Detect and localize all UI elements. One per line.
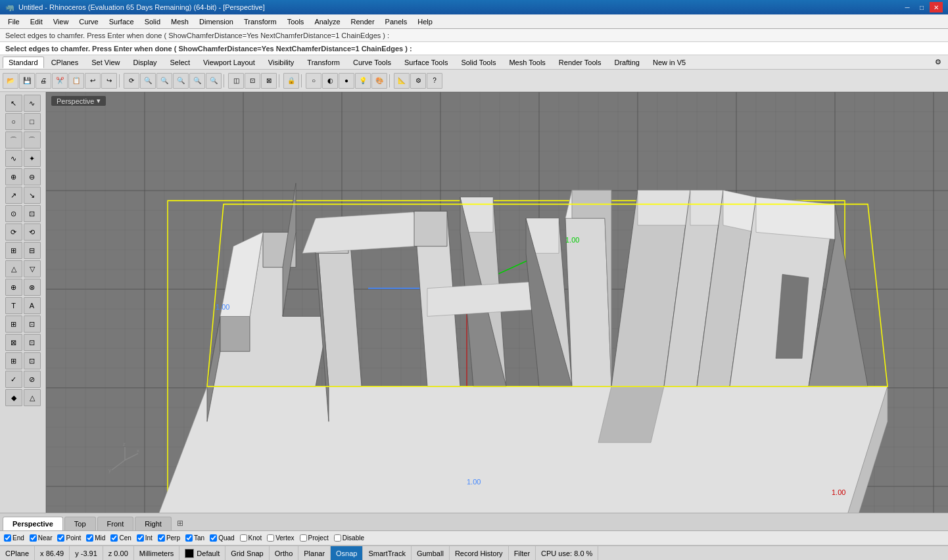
toolbar-icon-23[interactable]: ●	[339, 73, 354, 89]
snap-checkbox-quad[interactable]	[210, 534, 217, 542]
toolbar-tab-visibility[interactable]: Visibility	[262, 57, 300, 68]
menu-dimension[interactable]: Dimension	[194, 14, 239, 28]
left-tool-27[interactable]: ⊡	[24, 334, 41, 351]
left-tool-11[interactable]: ↘	[24, 187, 41, 204]
left-tool-0[interactable]: ↖	[5, 95, 22, 112]
snap-checkbox-point[interactable]	[57, 534, 64, 542]
toolbar-tab-set-view[interactable]: Set View	[85, 57, 126, 68]
left-tool-28[interactable]: ⊞	[5, 352, 22, 369]
toolbar-tab-drafting[interactable]: Drafting	[608, 57, 646, 68]
toolbar-icon-5[interactable]: ↩	[85, 73, 101, 89]
ortho-button[interactable]: Ortho	[270, 546, 299, 560]
toolbar-icon-2[interactable]: 🖨	[36, 73, 51, 89]
left-tool-10[interactable]: ↗	[5, 187, 22, 204]
filter-button[interactable]: Filter	[509, 546, 536, 560]
snap-label-quad[interactable]: Quad	[218, 534, 234, 542]
toolbar-icon-25[interactable]: 🎨	[371, 73, 387, 89]
toolbar-icon-17[interactable]: ⊠	[261, 73, 277, 89]
snap-label-point[interactable]: Point	[66, 534, 81, 542]
toolbar-icon-24[interactable]: 💡	[355, 73, 371, 89]
menu-curve[interactable]: Curve	[74, 14, 103, 28]
minimize-button[interactable]: ─	[901, 2, 914, 12]
toolbar-tab-solid-tools[interactable]: Solid Tools	[455, 57, 502, 68]
snap-label-tan[interactable]: Tan	[194, 534, 204, 542]
toolbar-tab-display[interactable]: Display	[127, 57, 162, 68]
left-tool-26[interactable]: ⊠	[5, 334, 22, 351]
viewport-tab-front[interactable]: Front	[97, 517, 134, 530]
toolbar-tab-transform[interactable]: Transform	[301, 57, 346, 68]
left-tool-25[interactable]: ⊡	[24, 315, 41, 333]
toolbar-tab-new-in-v5[interactable]: New in V5	[647, 57, 692, 68]
toolbar-tab-surface-tools[interactable]: Surface Tools	[398, 57, 454, 68]
menu-help[interactable]: Help	[412, 14, 438, 28]
osnap-button[interactable]: Osnap	[331, 546, 363, 560]
menu-file[interactable]: File	[3, 14, 25, 28]
menu-transform[interactable]: Transform	[239, 14, 282, 28]
toolbar-tab-mesh-tools[interactable]: Mesh Tools	[503, 57, 551, 68]
left-tool-19[interactable]: ▽	[24, 260, 41, 277]
toolbar-tab-select[interactable]: Select	[164, 57, 197, 68]
viewport-label[interactable]: Perspective ▾	[51, 96, 106, 106]
menu-view[interactable]: View	[48, 14, 74, 28]
menu-render[interactable]: Render	[346, 14, 380, 28]
menu-surface[interactable]: Surface	[104, 14, 139, 28]
snap-checkbox-int[interactable]	[137, 534, 144, 542]
menu-edit[interactable]: Edit	[25, 14, 48, 28]
snap-label-mid[interactable]: Mid	[95, 534, 105, 542]
snap-label-near[interactable]: Near	[38, 534, 53, 542]
snap-label-project[interactable]: Project	[308, 534, 329, 542]
viewport-tab-top[interactable]: Top	[64, 517, 96, 530]
left-tool-30[interactable]: ✓	[5, 371, 22, 388]
toolbar-icon-4[interactable]: 📋	[68, 73, 84, 89]
left-tool-22[interactable]: T	[5, 297, 22, 314]
toolbar-icon-1[interactable]: 💾	[19, 73, 35, 89]
left-tool-32[interactable]: ◆	[5, 389, 22, 406]
toolbar-icon-28[interactable]: ⚙	[410, 73, 426, 89]
toolbar-tab-viewport-layout[interactable]: Viewport Layout	[197, 57, 261, 68]
snap-checkbox-knot[interactable]	[240, 534, 247, 542]
left-tool-1[interactable]: ∿	[24, 95, 41, 112]
toolbar-icon-21[interactable]: ○	[306, 73, 321, 89]
toolbar-icon-10[interactable]: 🔍	[156, 73, 172, 89]
snap-checkbox-disable[interactable]	[334, 534, 341, 542]
snap-checkbox-end[interactable]	[4, 534, 11, 542]
left-tool-29[interactable]: ⊡	[24, 352, 41, 369]
restore-button[interactable]: □	[915, 2, 928, 12]
toolbar-icon-3[interactable]: ✂️	[52, 73, 68, 89]
record-history-button[interactable]: Record History	[450, 546, 509, 560]
left-tool-6[interactable]: ∿	[5, 150, 22, 167]
toolbar-tab-render-tools[interactable]: Render Tools	[553, 57, 607, 68]
menu-mesh[interactable]: Mesh	[166, 14, 194, 28]
snap-checkbox-perp[interactable]	[158, 534, 165, 542]
toolbar-icon-16[interactable]: ⊡	[245, 73, 260, 89]
toolbar-icon-12[interactable]: 🔍	[189, 73, 205, 89]
left-tool-4[interactable]: ⌒	[5, 131, 22, 149]
viewport[interactable]: Perspective ▾	[46, 92, 948, 513]
smarttrack-button[interactable]: SmartTrack	[363, 546, 411, 560]
close-button[interactable]: ✕	[930, 2, 943, 12]
toolbar-icon-22[interactable]: ◐	[322, 73, 338, 89]
toolbar-icon-6[interactable]: ↪	[101, 73, 117, 89]
left-tool-21[interactable]: ⊗	[24, 279, 41, 296]
toolbar-settings-icon[interactable]: ⚙	[931, 58, 945, 66]
left-tool-20[interactable]: ⊕	[5, 279, 22, 296]
viewport-layout-icon[interactable]: ⊞	[173, 516, 187, 530]
left-tool-18[interactable]: △	[5, 260, 22, 277]
toolbar-icon-13[interactable]: 🔍	[206, 73, 222, 89]
menu-solid[interactable]: Solid	[139, 14, 166, 28]
left-tool-13[interactable]: ⊡	[24, 205, 41, 222]
toolbar-icon-29[interactable]: ?	[427, 73, 442, 89]
toolbar-icon-19[interactable]: 🔒	[283, 73, 299, 89]
toolbar-icon-15[interactable]: ◫	[228, 73, 244, 89]
snap-label-cen[interactable]: Cen	[119, 534, 131, 542]
snap-label-knot[interactable]: Knot	[249, 534, 262, 542]
menu-tools[interactable]: Tools	[282, 14, 310, 28]
menu-analyze[interactable]: Analyze	[309, 14, 345, 28]
left-tool-12[interactable]: ⊙	[5, 205, 22, 222]
left-tool-23[interactable]: A	[24, 297, 41, 314]
toolbar-tab-standard[interactable]: Standard	[3, 57, 44, 68]
left-tool-9[interactable]: ⊖	[24, 168, 41, 185]
toolbar-icon-0[interactable]: 📂	[3, 73, 18, 89]
command-line-2[interactable]: Select edges to chamfer. Press Enter whe…	[0, 42, 948, 55]
left-tool-2[interactable]: ○	[5, 113, 22, 130]
